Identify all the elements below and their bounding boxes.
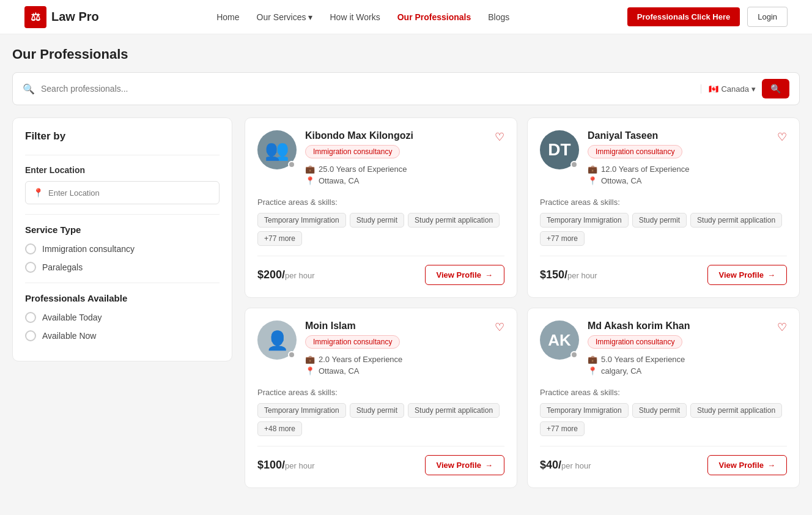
filter-card: Filter by Enter Location 📍 Service Type … (12, 117, 232, 361)
radio-available-now[interactable] (25, 330, 36, 341)
service-badge-daniyal: Immigration consultancy (588, 145, 682, 158)
skill-tag-1: Temporary Immigration (540, 403, 629, 418)
card-header-moin: 👤 Moin Islam Immigration consultancy 💼 2… (257, 320, 504, 378)
availability-today[interactable]: Available Today (25, 312, 220, 323)
practice-label-daniyal: Practice areas & skills: (540, 198, 787, 207)
pro-name-akash: Md Akash korim Khan (588, 320, 787, 332)
radio-immigration[interactable] (25, 243, 36, 254)
skill-tag-1: Temporary Immigration (257, 403, 346, 418)
location-icon: 📍 (305, 366, 315, 376)
price-moin: $100/per hour (257, 459, 314, 472)
favorite-button-daniyal[interactable]: ♡ (777, 130, 787, 144)
radio-available-today[interactable] (25, 312, 36, 323)
page-wrapper: Our Professionals 🔍 🇨🇦 Canada ▾ 🔍 Filter… (0, 34, 812, 500)
favorite-button-kibondo[interactable]: ♡ (495, 130, 504, 144)
skills-akash: Temporary Immigration Study permit Study… (540, 403, 787, 436)
pro-card-moin: 👤 Moin Islam Immigration consultancy 💼 2… (245, 308, 517, 488)
sidebar: Filter by Enter Location 📍 Service Type … (12, 117, 232, 488)
pro-card-akash: AK Md Akash korim Khan Immigration consu… (527, 308, 800, 488)
nav-home[interactable]: Home (216, 12, 239, 22)
skill-more: +77 more (257, 231, 302, 246)
service-type-title: Service Type (25, 224, 220, 235)
skill-tag-2: Study permit (632, 213, 687, 228)
card-info-daniyal: Daniyal Taseen Immigration consultancy 💼… (588, 130, 787, 188)
service-badge-kibondo: Immigration consultancy (305, 145, 400, 158)
card-info-kibondo: Kibondo Max Kilongozi Immigration consul… (305, 130, 504, 188)
login-button[interactable]: Login (747, 7, 788, 27)
card-info-moin: Moin Islam Immigration consultancy 💼 2.0… (305, 320, 504, 378)
location-input[interactable] (48, 188, 212, 198)
avatar-wrap-akash: AK (540, 320, 579, 360)
price-kibondo: $200/per hour (257, 269, 314, 281)
location-input-wrapper: 📍 (25, 181, 220, 204)
skill-tag-1: Temporary Immigration (257, 213, 346, 228)
skill-tag-2: Study permit (350, 213, 404, 228)
skills-kibondo: Temporary Immigration Study permit Study… (257, 213, 504, 246)
service-badge-moin: Immigration consultancy (305, 335, 400, 349)
card-header-kibondo: 👥 Kibondo Max Kilongozi Immigration cons… (257, 130, 504, 188)
briefcase-icon: 💼 (588, 355, 597, 364)
practice-label-moin: Practice areas & skills: (257, 388, 504, 397)
service-type-paralegals[interactable]: Paralegals (25, 262, 220, 273)
nav-our-services[interactable]: Our Services ▾ (257, 12, 313, 22)
view-profile-button-akash[interactable]: View Profile → (707, 455, 787, 475)
search-icon: 🔍 (23, 83, 35, 95)
briefcase-icon: 💼 (305, 165, 315, 174)
header: ⚖ Law Pro Home Our Services ▾ How it Wor… (0, 0, 812, 34)
status-indicator-akash (570, 351, 578, 358)
professionals-click-here-button[interactable]: Professionals Click Here (627, 7, 740, 26)
favorite-button-akash[interactable]: ♡ (777, 320, 787, 334)
arrow-icon: → (485, 461, 493, 470)
briefcase-icon: 💼 (588, 165, 597, 174)
service-type-immigration[interactable]: Immigration consultancy (25, 243, 220, 254)
card-footer-moin: $100/per hour View Profile → (257, 446, 504, 475)
nav-how-it-works[interactable]: How it Works (330, 12, 380, 22)
location-label: Enter Location (25, 165, 220, 175)
status-indicator-moin (288, 351, 295, 358)
view-profile-button-kibondo[interactable]: View Profile → (425, 265, 504, 285)
status-indicator-kibondo (288, 161, 295, 168)
skill-more-moin: +48 more (257, 421, 302, 436)
radio-paralegals-label: Paralegals (42, 262, 83, 272)
chevron-down-icon: ▾ (308, 12, 312, 22)
experience-akash: 💼 5.0 Years of Experience (588, 355, 787, 364)
skill-tag-3: Study permit application (690, 403, 782, 418)
pro-name-daniyal: Daniyal Taseen (588, 130, 787, 141)
cards-grid: 👥 Kibondo Max Kilongozi Immigration cons… (245, 117, 800, 488)
skill-tag-3: Study permit application (408, 403, 500, 418)
skill-tag-3: Study permit application (408, 213, 500, 228)
nav-professionals[interactable]: Our Professionals (397, 12, 471, 22)
logo-text: Law Pro (51, 10, 99, 24)
search-button[interactable]: 🔍 (762, 79, 789, 98)
view-profile-button-daniyal[interactable]: View Profile → (707, 265, 787, 285)
nav-blogs[interactable]: Blogs (488, 12, 509, 22)
service-badge-akash: Immigration consultancy (588, 335, 682, 349)
pro-card-daniyal: DT Daniyal Taseen Immigration consultanc… (527, 117, 800, 298)
chevron-down-icon: ▾ (751, 84, 756, 94)
card-footer-daniyal: $150/per hour View Profile → (540, 256, 787, 285)
card-info-akash: Md Akash korim Khan Immigration consulta… (588, 320, 787, 378)
pro-card-kibondo: 👥 Kibondo Max Kilongozi Immigration cons… (245, 117, 517, 298)
radio-available-now-label: Available Now (42, 331, 96, 341)
logo[interactable]: ⚖ Law Pro (24, 6, 99, 28)
location-icon: 📍 (588, 176, 597, 185)
avatar-wrap-daniyal: DT (540, 130, 579, 169)
search-input[interactable] (41, 84, 695, 94)
logo-icon: ⚖ (24, 6, 46, 28)
skills-daniyal: Temporary Immigration Study permit Study… (540, 213, 787, 246)
favorite-button-moin[interactable]: ♡ (495, 320, 504, 334)
skills-moin: Temporary Immigration Study permit Study… (257, 403, 504, 436)
pro-name-kibondo: Kibondo Max Kilongozi (305, 130, 504, 141)
pro-name-moin: Moin Islam (305, 320, 504, 332)
briefcase-icon: 💼 (305, 355, 315, 364)
location-daniyal: 📍 Ottowa, CA (588, 176, 787, 185)
availability-now[interactable]: Available Now (25, 330, 220, 341)
radio-paralegals[interactable] (25, 262, 36, 273)
view-profile-button-moin[interactable]: View Profile → (425, 455, 504, 475)
country-selector[interactable]: 🇨🇦 Canada ▾ (701, 84, 756, 94)
flag-icon: 🇨🇦 (709, 84, 718, 94)
arrow-icon: → (767, 270, 775, 280)
practice-label-akash: Practice areas & skills: (540, 388, 787, 397)
arrow-icon: → (767, 461, 775, 470)
card-header-daniyal: DT Daniyal Taseen Immigration consultanc… (540, 130, 787, 188)
